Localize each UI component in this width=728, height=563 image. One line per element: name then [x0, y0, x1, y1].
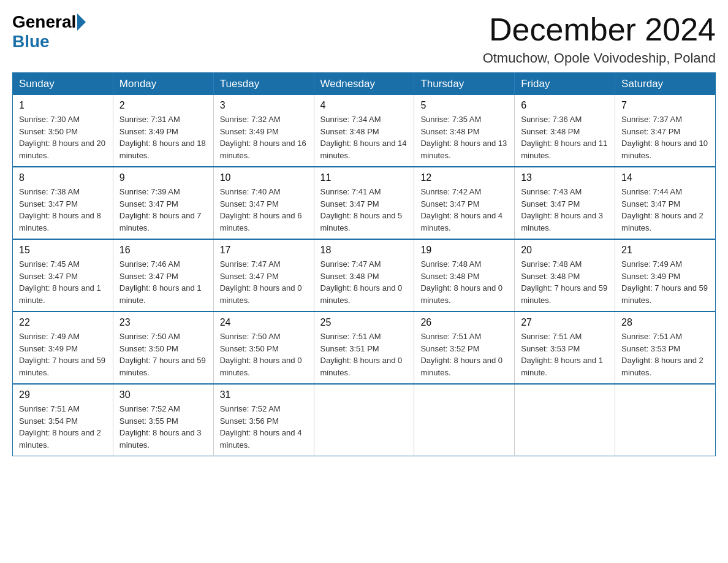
day-of-week-header: Friday [515, 73, 615, 96]
day-info: Sunrise: 7:49 AM Sunset: 3:49 PM Dayligh… [621, 258, 709, 306]
calendar-day-cell: 12 Sunrise: 7:42 AM Sunset: 3:47 PM Dayl… [414, 167, 515, 239]
day-info: Sunrise: 7:42 AM Sunset: 3:47 PM Dayligh… [420, 186, 508, 234]
calendar-day-cell: 13 Sunrise: 7:43 AM Sunset: 3:47 PM Dayl… [515, 167, 615, 239]
day-number: 16 [119, 245, 207, 256]
day-info: Sunrise: 7:46 AM Sunset: 3:47 PM Dayligh… [119, 258, 207, 306]
calendar-day-cell: 14 Sunrise: 7:44 AM Sunset: 3:47 PM Dayl… [615, 167, 716, 239]
day-info: Sunrise: 7:52 AM Sunset: 3:56 PM Dayligh… [220, 403, 308, 451]
day-of-week-header: Thursday [414, 73, 515, 96]
day-info: Sunrise: 7:48 AM Sunset: 3:48 PM Dayligh… [420, 258, 508, 306]
day-number: 21 [621, 245, 709, 256]
logo-blue-text: Blue [12, 32, 50, 51]
day-number: 9 [119, 172, 207, 183]
day-info: Sunrise: 7:51 AM Sunset: 3:54 PM Dayligh… [19, 403, 107, 451]
day-info: Sunrise: 7:51 AM Sunset: 3:53 PM Dayligh… [621, 331, 709, 378]
day-info: Sunrise: 7:47 AM Sunset: 3:48 PM Dayligh… [320, 258, 408, 306]
calendar-week-row: 1 Sunrise: 7:30 AM Sunset: 3:50 PM Dayli… [13, 95, 716, 167]
day-number: 6 [521, 100, 609, 111]
calendar-day-cell [414, 384, 515, 456]
day-info: Sunrise: 7:51 AM Sunset: 3:53 PM Dayligh… [521, 331, 609, 378]
calendar-day-cell: 18 Sunrise: 7:47 AM Sunset: 3:48 PM Dayl… [314, 239, 414, 312]
calendar-day-cell: 10 Sunrise: 7:40 AM Sunset: 3:47 PM Dayl… [213, 167, 314, 239]
day-number: 7 [621, 100, 709, 111]
calendar-day-cell: 26 Sunrise: 7:51 AM Sunset: 3:52 PM Dayl… [414, 312, 515, 384]
calendar-table: SundayMondayTuesdayWednesdayThursdayFrid… [12, 72, 716, 456]
calendar-day-cell: 29 Sunrise: 7:51 AM Sunset: 3:54 PM Dayl… [13, 384, 113, 456]
calendar-day-cell: 5 Sunrise: 7:35 AM Sunset: 3:48 PM Dayli… [414, 95, 515, 167]
calendar-day-cell: 1 Sunrise: 7:30 AM Sunset: 3:50 PM Dayli… [13, 95, 113, 167]
calendar-day-cell: 19 Sunrise: 7:48 AM Sunset: 3:48 PM Dayl… [414, 239, 515, 312]
day-of-week-header: Tuesday [213, 73, 314, 96]
day-number: 4 [320, 100, 408, 111]
logo: General Blue [12, 12, 87, 52]
day-info: Sunrise: 7:41 AM Sunset: 3:47 PM Dayligh… [320, 186, 408, 234]
day-info: Sunrise: 7:34 AM Sunset: 3:48 PM Dayligh… [320, 113, 408, 161]
calendar-day-cell: 23 Sunrise: 7:50 AM Sunset: 3:50 PM Dayl… [113, 312, 213, 384]
day-info: Sunrise: 7:32 AM Sunset: 3:49 PM Dayligh… [220, 113, 308, 161]
day-number: 12 [420, 172, 508, 183]
day-info: Sunrise: 7:52 AM Sunset: 3:55 PM Dayligh… [119, 403, 207, 451]
day-number: 8 [19, 172, 107, 183]
day-number: 11 [320, 172, 408, 183]
day-info: Sunrise: 7:51 AM Sunset: 3:52 PM Dayligh… [420, 331, 508, 378]
day-number: 10 [220, 172, 308, 183]
day-number: 24 [220, 317, 308, 328]
day-number: 30 [119, 389, 207, 400]
day-number: 15 [19, 245, 107, 256]
calendar-day-cell [515, 384, 615, 456]
day-of-week-header: Monday [113, 73, 213, 96]
calendar-header-row: SundayMondayTuesdayWednesdayThursdayFrid… [13, 73, 716, 96]
day-number: 28 [621, 317, 709, 328]
day-info: Sunrise: 7:49 AM Sunset: 3:49 PM Dayligh… [19, 331, 107, 378]
day-number: 1 [19, 100, 107, 111]
day-of-week-header: Saturday [615, 73, 716, 96]
day-number: 18 [320, 245, 408, 256]
day-info: Sunrise: 7:50 AM Sunset: 3:50 PM Dayligh… [119, 331, 207, 378]
calendar-day-cell: 30 Sunrise: 7:52 AM Sunset: 3:55 PM Dayl… [113, 384, 213, 456]
day-info: Sunrise: 7:37 AM Sunset: 3:47 PM Dayligh… [621, 113, 709, 161]
day-number: 26 [420, 317, 508, 328]
page-header: General Blue December 2024 Otmuchow, Opo… [12, 12, 716, 66]
day-info: Sunrise: 7:44 AM Sunset: 3:47 PM Dayligh… [621, 186, 709, 234]
day-number: 25 [320, 317, 408, 328]
day-number: 13 [521, 172, 609, 183]
calendar-day-cell: 16 Sunrise: 7:46 AM Sunset: 3:47 PM Dayl… [113, 239, 213, 312]
day-number: 29 [19, 389, 107, 400]
day-number: 20 [521, 245, 609, 256]
calendar-day-cell: 2 Sunrise: 7:31 AM Sunset: 3:49 PM Dayli… [113, 95, 213, 167]
calendar-week-row: 29 Sunrise: 7:51 AM Sunset: 3:54 PM Dayl… [13, 384, 716, 456]
day-info: Sunrise: 7:35 AM Sunset: 3:48 PM Dayligh… [420, 113, 508, 161]
calendar-day-cell: 31 Sunrise: 7:52 AM Sunset: 3:56 PM Dayl… [213, 384, 314, 456]
day-of-week-header: Sunday [13, 73, 113, 96]
calendar-day-cell: 11 Sunrise: 7:41 AM Sunset: 3:47 PM Dayl… [314, 167, 414, 239]
day-number: 23 [119, 317, 207, 328]
title-section: December 2024 Otmuchow, Opole Voivodeshi… [483, 12, 716, 66]
calendar-day-cell [314, 384, 414, 456]
calendar-day-cell: 22 Sunrise: 7:49 AM Sunset: 3:49 PM Dayl… [13, 312, 113, 384]
day-info: Sunrise: 7:47 AM Sunset: 3:47 PM Dayligh… [220, 258, 308, 306]
day-info: Sunrise: 7:48 AM Sunset: 3:48 PM Dayligh… [521, 258, 609, 306]
day-number: 27 [521, 317, 609, 328]
day-number: 22 [19, 317, 107, 328]
calendar-day-cell: 4 Sunrise: 7:34 AM Sunset: 3:48 PM Dayli… [314, 95, 414, 167]
day-info: Sunrise: 7:38 AM Sunset: 3:47 PM Dayligh… [19, 186, 107, 234]
day-info: Sunrise: 7:36 AM Sunset: 3:48 PM Dayligh… [521, 113, 609, 161]
calendar-day-cell: 6 Sunrise: 7:36 AM Sunset: 3:48 PM Dayli… [515, 95, 615, 167]
logo-general-text: General [12, 12, 76, 32]
location-title: Otmuchow, Opole Voivodeship, Poland [483, 50, 716, 66]
calendar-day-cell: 8 Sunrise: 7:38 AM Sunset: 3:47 PM Dayli… [13, 167, 113, 239]
calendar-day-cell: 7 Sunrise: 7:37 AM Sunset: 3:47 PM Dayli… [615, 95, 716, 167]
day-number: 3 [220, 100, 308, 111]
day-number: 5 [420, 100, 508, 111]
day-info: Sunrise: 7:50 AM Sunset: 3:50 PM Dayligh… [220, 331, 308, 378]
calendar-day-cell: 20 Sunrise: 7:48 AM Sunset: 3:48 PM Dayl… [515, 239, 615, 312]
day-info: Sunrise: 7:40 AM Sunset: 3:47 PM Dayligh… [220, 186, 308, 234]
calendar-week-row: 15 Sunrise: 7:45 AM Sunset: 3:47 PM Dayl… [13, 239, 716, 312]
calendar-day-cell: 15 Sunrise: 7:45 AM Sunset: 3:47 PM Dayl… [13, 239, 113, 312]
day-number: 19 [420, 245, 508, 256]
calendar-week-row: 22 Sunrise: 7:49 AM Sunset: 3:49 PM Dayl… [13, 312, 716, 384]
day-info: Sunrise: 7:31 AM Sunset: 3:49 PM Dayligh… [119, 113, 207, 161]
calendar-day-cell: 28 Sunrise: 7:51 AM Sunset: 3:53 PM Dayl… [615, 312, 716, 384]
day-of-week-header: Wednesday [314, 73, 414, 96]
calendar-day-cell: 25 Sunrise: 7:51 AM Sunset: 3:51 PM Dayl… [314, 312, 414, 384]
